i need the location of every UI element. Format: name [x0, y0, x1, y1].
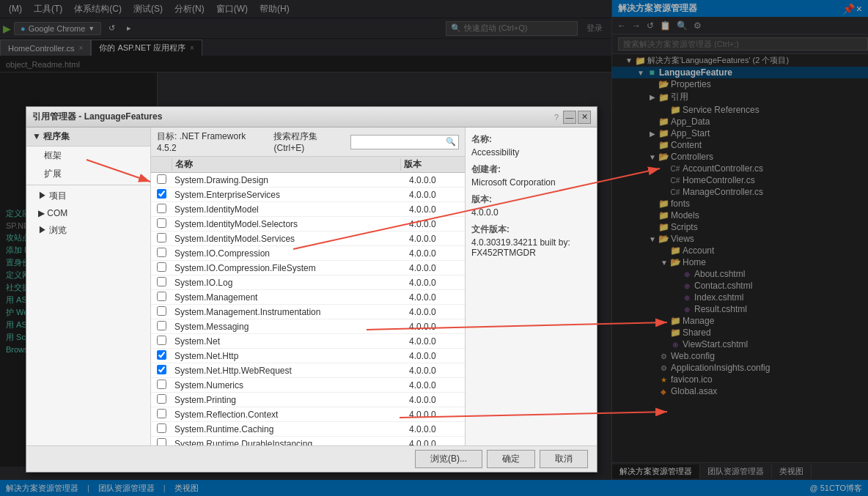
search-container: 🔍 — [350, 135, 459, 149]
row-checkbox-15[interactable] — [151, 394, 172, 406]
reference-manager-dialog: 引用管理器 - LanguageFeatures ? — ✕ ▼ 程序集 框架 … — [26, 106, 597, 473]
dialog-section-header: ▼ 程序集 — [26, 127, 150, 147]
dialog-close-button[interactable]: ✕ — [578, 111, 591, 124]
assembly-row-6[interactable]: System.IO.Compression.FileSystem4.0.0.0 — [151, 261, 465, 275]
row-version-3: 4.0.0.0 — [406, 219, 465, 229]
row-checkbox-8[interactable] — [151, 292, 172, 303]
row-name-9: System.Management.Instrumentation — [172, 307, 406, 317]
table-header: 名称 版本 — [151, 157, 465, 173]
dialog-help-icon[interactable]: ? — [554, 113, 559, 122]
dialog-left-com[interactable]: ▶ COM — [26, 205, 150, 221]
info-version-label: 版本: — [471, 193, 591, 206]
assembly-row-12[interactable]: System.Net.Http4.0.0.0 — [151, 349, 465, 363]
row-name-8: System.Management — [172, 292, 406, 303]
row-name-14: System.Numerics — [172, 380, 406, 390]
dialog-left-extension[interactable]: 扩展 — [26, 165, 150, 183]
assembly-row-7[interactable]: System.IO.Log4.0.0.0 — [151, 275, 465, 290]
assembly-row-14[interactable]: System.Numerics4.0.0.0 — [151, 378, 465, 393]
left-nav-divider — [26, 185, 150, 185]
row-checkbox-5[interactable] — [151, 248, 172, 259]
row-version-10: 4.0.0.0 — [406, 322, 465, 332]
row-checkbox-9[interactable] — [151, 306, 172, 318]
cancel-button[interactable]: 取消 — [540, 450, 588, 468]
browse-arrow: ▶ — [38, 225, 49, 235]
assembly-row-4[interactable]: System.IdentityModel.Services4.0.0.0 — [151, 232, 465, 246]
assembly-row-18[interactable]: System.Runtime.DurableInstancing4.0.0.0 — [151, 437, 465, 445]
assembly-row-8[interactable]: System.Management4.0.0.0 — [151, 290, 465, 305]
row-version-5: 4.0.0.0 — [406, 248, 465, 259]
row-checkbox-1[interactable] — [151, 189, 172, 201]
row-version-16: 4.0.0.0 — [406, 410, 465, 420]
row-version-15: 4.0.0.0 — [406, 395, 465, 405]
row-checkbox-18[interactable] — [151, 438, 172, 446]
assembly-list[interactable]: System.Drawing.Design4.0.0.0System.Enter… — [151, 173, 465, 445]
dialog-titlebar: 引用管理器 - LanguageFeatures ? — ✕ — [26, 107, 597, 127]
section-label: 程序集 — [43, 131, 70, 141]
dialog-main: 目标: .NET Framework 4.5.2 搜索程序集(Ctrl+E) 🔍… — [151, 127, 465, 445]
dialog-title: 引用管理器 - LanguageFeatures — [32, 111, 554, 123]
assembly-row-13[interactable]: System.Net.Http.WebRequest4.0.0.0 — [151, 363, 465, 378]
row-name-13: System.Net.Http.WebRequest — [172, 366, 406, 376]
dialog-footer: 浏览(B)... 确定 取消 — [26, 445, 597, 472]
search-label: 搜索程序集(Ctrl+E) — [273, 130, 345, 153]
row-name-5: System.IO.Compression — [172, 248, 406, 259]
row-version-2: 4.0.0.0 — [406, 204, 465, 215]
row-checkbox-10[interactable] — [151, 321, 172, 333]
row-checkbox-17[interactable] — [151, 423, 172, 435]
assembly-row-5[interactable]: System.IO.Compression4.0.0.0 — [151, 246, 465, 261]
row-version-9: 4.0.0.0 — [406, 307, 465, 317]
dialog-search-input[interactable] — [350, 135, 459, 149]
info-creator-value: Microsoft Corporation — [471, 177, 591, 188]
row-checkbox-11[interactable] — [151, 336, 172, 347]
row-version-1: 4.0.0.0 — [406, 190, 465, 200]
dialog-left-project[interactable]: ▶ 项目 — [26, 187, 150, 205]
target-label: 目标: .NET Framework 4.5.2 — [157, 130, 262, 153]
dialog-info-panel: 名称: Accessibility 创建者: Microsoft Corpora… — [465, 127, 597, 445]
info-creator-label: 创建者: — [471, 163, 591, 176]
search-magnifier-icon: 🔍 — [446, 137, 456, 147]
row-checkbox-12[interactable] — [151, 350, 172, 362]
assembly-row-16[interactable]: System.Reflection.Context4.0.0.0 — [151, 407, 465, 422]
assembly-row-1[interactable]: System.EnterpriseServices4.0.0.0 — [151, 188, 465, 202]
name-col-header: 名称 — [172, 158, 400, 171]
row-name-10: System.Messaging — [172, 322, 406, 332]
row-checkbox-16[interactable] — [151, 409, 172, 421]
row-name-17: System.Runtime.Caching — [172, 424, 406, 434]
row-version-6: 4.0.0.0 — [406, 263, 465, 273]
dialog-left-nav: ▼ 程序集 框架 扩展 ▶ 项目 ▶ COM ▶ 浏览 — [26, 127, 151, 445]
row-checkbox-13[interactable] — [151, 365, 172, 377]
dialog-left-framework[interactable]: 框架 — [26, 147, 150, 165]
row-checkbox-6[interactable] — [151, 262, 172, 274]
row-checkbox-7[interactable] — [151, 277, 172, 289]
row-checkbox-14[interactable] — [151, 380, 172, 391]
assembly-row-3[interactable]: System.IdentityModel.Selectors4.0.0.0 — [151, 217, 465, 232]
assembly-row-10[interactable]: System.Messaging4.0.0.0 — [151, 319, 465, 334]
row-version-17: 4.0.0.0 — [406, 424, 465, 434]
row-checkbox-0[interactable] — [151, 174, 172, 186]
info-name-label: 名称: — [471, 133, 591, 146]
row-name-4: System.IdentityModel.Services — [172, 234, 406, 244]
assembly-row-17[interactable]: System.Runtime.Caching4.0.0.0 — [151, 422, 465, 437]
dialog-minimize-button[interactable]: — — [563, 111, 576, 124]
row-version-13: 4.0.0.0 — [406, 366, 465, 376]
assembly-row-0[interactable]: System.Drawing.Design4.0.0.0 — [151, 173, 465, 188]
assembly-row-9[interactable]: System.Management.Instrumentation4.0.0.0 — [151, 305, 465, 319]
info-fileversion-label: 文件版本: — [471, 223, 591, 236]
info-name-value: Accessibility — [471, 147, 591, 158]
row-version-7: 4.0.0.0 — [406, 278, 465, 288]
ok-button[interactable]: 确定 — [487, 450, 535, 468]
assembly-row-15[interactable]: System.Printing4.0.0.0 — [151, 393, 465, 407]
row-version-8: 4.0.0.0 — [406, 292, 465, 303]
row-name-12: System.Net.Http — [172, 351, 406, 361]
section-expand-arrow: ▼ — [32, 131, 43, 141]
row-version-0: 4.0.0.0 — [406, 175, 465, 185]
browse-button[interactable]: 浏览(B)... — [415, 450, 482, 468]
row-checkbox-3[interactable] — [151, 218, 172, 230]
row-checkbox-4[interactable] — [151, 233, 172, 245]
row-checkbox-2[interactable] — [151, 204, 172, 215]
dialog-left-browse[interactable]: ▶ 浏览 — [26, 221, 150, 240]
assembly-row-11[interactable]: System.Net4.0.0.0 — [151, 334, 465, 349]
row-version-18: 4.0.0.0 — [406, 439, 465, 446]
com-arrow: ▶ — [38, 208, 47, 218]
assembly-row-2[interactable]: System.IdentityModel4.0.0.0 — [151, 202, 465, 217]
